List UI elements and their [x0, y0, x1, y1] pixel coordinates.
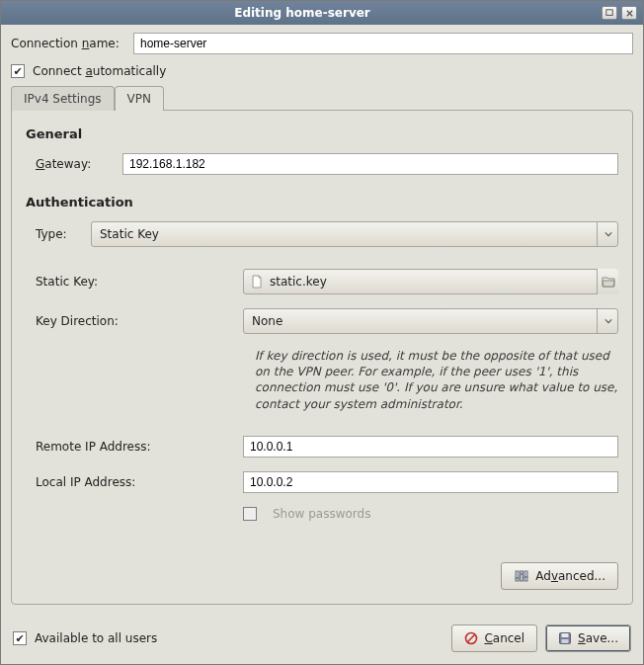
- gateway-row: Gateway:: [36, 153, 618, 175]
- local-ip-label: Local IP Address:: [36, 475, 243, 489]
- chevron-down-icon: [597, 221, 618, 247]
- svg-rect-10: [562, 639, 569, 643]
- tab-vpn[interactable]: VPN: [115, 86, 164, 111]
- connect-automatically-checkbox[interactable]: ✔: [11, 64, 25, 78]
- connection-name-input[interactable]: [133, 33, 633, 54]
- available-to-all-checkbox[interactable]: ✔: [13, 631, 27, 645]
- local-ip-row: Local IP Address:: [36, 471, 618, 493]
- connection-name-row: Connection name:: [11, 33, 633, 54]
- show-passwords-row: Show passwords: [36, 507, 618, 521]
- connect-automatically-row: ✔ Connect automatically: [11, 64, 633, 78]
- svg-rect-0: [606, 10, 612, 16]
- window-title: Editing home-server: [7, 6, 598, 20]
- svg-rect-2: [521, 571, 523, 581]
- maximize-button[interactable]: [602, 6, 617, 20]
- key-direction-help: If key direction is used, it must be the…: [255, 348, 618, 412]
- cancel-button-label: Cancel: [484, 631, 524, 645]
- dialog-body: Connection name: ✔ Connect automatically…: [1, 25, 643, 615]
- close-icon: [625, 9, 634, 18]
- section-authentication: Authentication: [26, 195, 618, 209]
- chevron-down-icon: [597, 308, 618, 334]
- dialog-footer: ✔ Available to all users Cancel Save...: [1, 615, 643, 664]
- static-key-value: static.key: [270, 275, 591, 289]
- cancel-button[interactable]: Cancel: [451, 624, 537, 652]
- svg-rect-4: [516, 577, 520, 579]
- svg-rect-6: [524, 576, 528, 578]
- close-button[interactable]: [621, 6, 637, 20]
- document-icon: [250, 275, 264, 289]
- type-dropdown[interactable]: Static Key: [91, 221, 618, 247]
- static-key-filechooser[interactable]: static.key: [243, 269, 618, 294]
- vpn-panel: General Gateway: Authentication Type: St…: [11, 110, 633, 605]
- gateway-input[interactable]: [122, 153, 618, 175]
- advanced-row: Advanced...: [26, 562, 618, 590]
- show-passwords-checkbox[interactable]: [243, 507, 257, 521]
- save-button-label: Save...: [578, 631, 618, 645]
- key-direction-row: Key Direction: None: [36, 308, 618, 334]
- key-direction-label: Key Direction:: [36, 314, 243, 328]
- show-passwords-label: Show passwords: [273, 507, 370, 521]
- gateway-label: Gateway:: [36, 157, 122, 171]
- local-ip-input[interactable]: [243, 471, 618, 493]
- type-dropdown-value: Static Key: [100, 227, 591, 241]
- connect-automatically-label: Connect automatically: [33, 64, 166, 78]
- type-row: Type: Static Key: [36, 221, 618, 247]
- tab-ipv4-settings[interactable]: IPv4 Settings: [11, 86, 115, 111]
- remote-ip-input[interactable]: [243, 436, 618, 457]
- save-icon: [558, 631, 572, 645]
- svg-rect-9: [562, 633, 569, 637]
- dialog-window: Editing home-server Connection name: ✔ C…: [0, 0, 644, 665]
- svg-rect-1: [516, 571, 519, 581]
- type-label: Type:: [36, 227, 91, 241]
- title-bar: Editing home-server: [1, 1, 643, 25]
- connection-name-label: Connection name:: [11, 37, 133, 50]
- cancel-icon: [464, 631, 478, 645]
- save-button[interactable]: Save...: [545, 624, 631, 652]
- available-to-all-label: Available to all users: [35, 631, 157, 645]
- remote-ip-label: Remote IP Address:: [36, 440, 243, 454]
- key-direction-value: None: [252, 314, 591, 328]
- preferences-icon: [514, 568, 529, 584]
- tab-bar: IPv4 Settings VPN: [11, 86, 633, 111]
- advanced-button[interactable]: Advanced...: [501, 562, 618, 590]
- maximize-icon: [604, 9, 614, 17]
- open-folder-icon: [597, 269, 618, 294]
- section-general: General: [26, 126, 618, 141]
- svg-rect-5: [520, 573, 523, 575]
- key-direction-dropdown[interactable]: None: [243, 308, 618, 334]
- static-key-row: Static Key: static.key: [36, 269, 618, 294]
- static-key-label: Static Key:: [36, 275, 243, 289]
- advanced-button-label: Advanced...: [535, 569, 605, 583]
- remote-ip-row: Remote IP Address:: [36, 436, 618, 457]
